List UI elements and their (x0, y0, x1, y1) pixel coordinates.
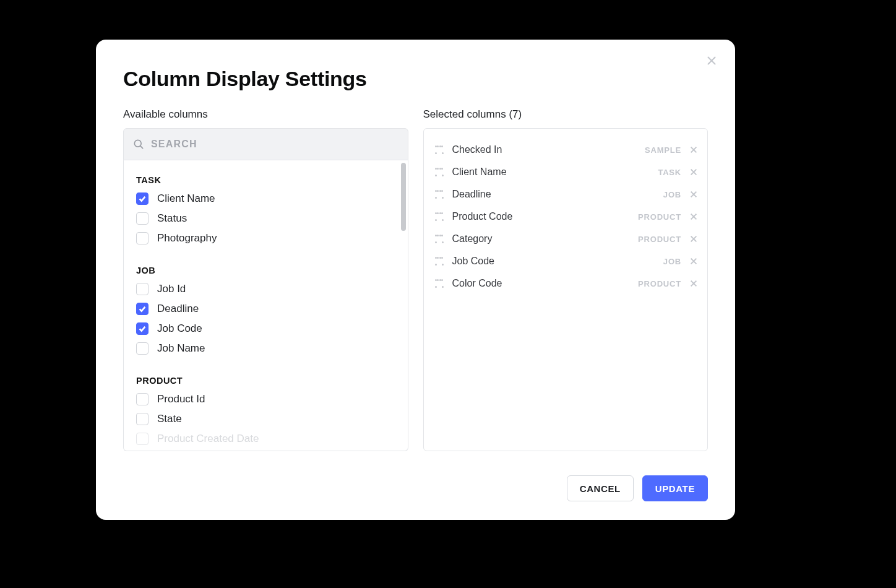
drag-handle-icon[interactable] (434, 233, 445, 244)
checkbox[interactable] (136, 283, 149, 295)
close-icon (705, 54, 718, 67)
option-label: Job Id (157, 283, 186, 295)
option-product-id[interactable]: Product Id (136, 389, 395, 409)
option-label: Product Created Date (157, 433, 259, 445)
selected-item-label: Job Code (452, 256, 663, 267)
checkbox[interactable] (136, 303, 149, 315)
selected-item-label: Checked In (452, 144, 645, 155)
update-button[interactable]: UPDATE (642, 475, 708, 501)
drag-handle-icon[interactable] (434, 256, 445, 267)
selected-item-tag: SAMPLE (645, 145, 681, 155)
selected-item-tag: JOB (663, 257, 681, 266)
selected-item-tag: PRODUCT (638, 235, 681, 244)
option-status[interactable]: Status (136, 209, 395, 228)
remove-button[interactable] (689, 212, 699, 222)
drag-handle-icon[interactable] (434, 278, 445, 289)
drag-handle-icon[interactable] (434, 144, 445, 155)
drag-handle-icon[interactable] (434, 166, 445, 178)
remove-button[interactable] (689, 234, 699, 244)
checkbox[interactable] (136, 342, 149, 355)
checkbox[interactable] (136, 212, 149, 225)
selected-item-tag: PRODUCT (638, 279, 681, 288)
option-job-code[interactable]: Job Code (136, 319, 395, 339)
option-job-name[interactable]: Job Name (136, 339, 395, 358)
checkbox[interactable] (136, 232, 149, 244)
selected-item-checked-in[interactable]: Checked In SAMPLE (433, 139, 699, 161)
option-label: Photography (157, 232, 217, 244)
dialog-title: Column Display Settings (123, 67, 708, 91)
selected-item-label: Category (452, 233, 639, 244)
available-label: Available columns (123, 108, 408, 121)
option-label: Deadline (157, 303, 199, 315)
group-header-task: TASK (136, 175, 395, 185)
selected-label: Selected columns (7) (423, 108, 709, 121)
drag-handle-icon[interactable] (434, 189, 445, 200)
checkbox[interactable] (136, 433, 149, 445)
option-label: Client Name (157, 192, 215, 205)
search-icon (132, 138, 145, 150)
option-product-created-date[interactable]: Product Created Date (136, 429, 395, 449)
option-state[interactable]: State (136, 409, 395, 429)
group-header-job: JOB (136, 266, 395, 275)
selected-columns-panel: Selected columns (7) Checked In SAMPLE C… (423, 108, 709, 451)
option-deadline[interactable]: Deadline (136, 299, 395, 319)
selected-item-tag: JOB (663, 190, 681, 199)
checkbox[interactable] (136, 192, 149, 205)
remove-button[interactable] (689, 279, 699, 288)
remove-button[interactable] (689, 256, 699, 266)
selected-item-product-code[interactable]: Product Code PRODUCT (433, 205, 699, 228)
selected-item-label: Client Name (452, 166, 658, 178)
selected-item-color-code[interactable]: Color Code PRODUCT (433, 272, 699, 295)
checkbox[interactable] (136, 393, 149, 405)
selected-item-label: Color Code (452, 278, 639, 289)
remove-button[interactable] (689, 145, 699, 155)
selected-item-label: Deadline (452, 189, 663, 200)
option-client-name[interactable]: Client Name (136, 189, 395, 209)
scrollbar-thumb[interactable] (401, 163, 406, 231)
group-header-product: PRODUCT (136, 376, 395, 386)
checkbox[interactable] (136, 413, 149, 425)
remove-button[interactable] (689, 167, 699, 177)
drag-handle-icon[interactable] (434, 211, 445, 222)
search-input[interactable] (151, 139, 281, 150)
selected-list: Checked In SAMPLE Client Name TASK Deadl… (423, 128, 709, 451)
option-label: Job Code (157, 322, 202, 335)
close-button[interactable] (703, 52, 720, 69)
remove-button[interactable] (689, 189, 699, 199)
available-list: TASK Client Name Status Photography (124, 160, 408, 451)
option-label: State (157, 413, 182, 425)
selected-item-client-name[interactable]: Client Name TASK (433, 161, 699, 183)
selected-item-tag: TASK (658, 168, 681, 177)
cancel-button[interactable]: CANCEL (567, 475, 634, 501)
checkbox[interactable] (136, 322, 149, 335)
selected-item-job-code[interactable]: Job Code JOB (433, 250, 699, 272)
option-photography[interactable]: Photography (136, 228, 395, 248)
selected-item-label: Product Code (452, 211, 639, 222)
available-columns-panel: Available columns TASK Client Name (123, 108, 408, 451)
option-label: Status (157, 212, 187, 225)
search-bar (123, 128, 408, 160)
option-label: Product Id (157, 393, 205, 405)
selected-item-category[interactable]: Category PRODUCT (433, 228, 699, 250)
selected-item-deadline[interactable]: Deadline JOB (433, 183, 699, 205)
option-job-id[interactable]: Job Id (136, 279, 395, 299)
selected-item-tag: PRODUCT (638, 212, 681, 222)
option-label: Job Name (157, 342, 205, 355)
column-display-settings-dialog: Column Display Settings Available column… (96, 40, 735, 520)
